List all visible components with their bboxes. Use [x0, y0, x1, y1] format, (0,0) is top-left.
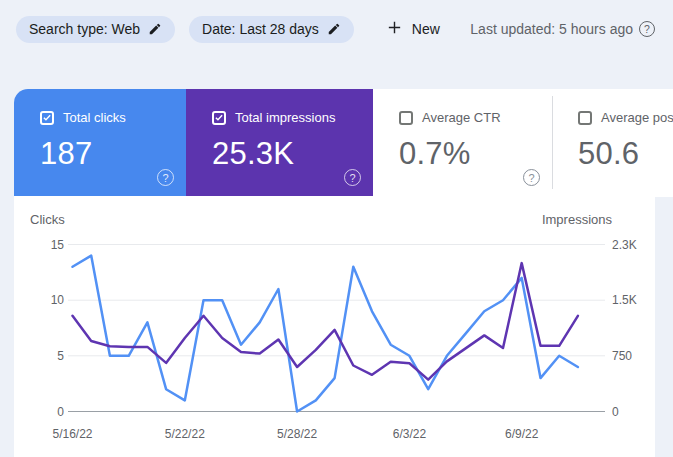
- average-position-checkbox[interactable]: [578, 111, 592, 125]
- total-clicks-checkbox[interactable]: [40, 111, 54, 125]
- metric-label: Total clicks: [63, 110, 126, 125]
- search-console-performance-page: { "topbar": { "chips": [ { "label": "Sea…: [0, 0, 673, 457]
- metric-checkbox-row: Total clicks: [40, 110, 172, 125]
- total-impressions-value: 25.3K: [212, 136, 359, 172]
- last-updated-status: Last updated: 5 hours ago ?: [470, 21, 655, 37]
- plus-icon: [386, 19, 403, 39]
- metric-cards-row: Total clicks 187 ? Total impressions 25.…: [14, 89, 673, 196]
- help-icon[interactable]: ?: [157, 169, 174, 186]
- last-updated-text: Last updated: 5 hours ago: [470, 21, 633, 37]
- metric-label: Average position: [601, 110, 673, 125]
- average-position-value: 50.6: [578, 136, 673, 172]
- total-impressions-checkbox[interactable]: [212, 111, 226, 125]
- metric-label: Total impressions: [235, 110, 335, 125]
- average-ctr-value: 0.7%: [399, 136, 538, 172]
- new-filter-button[interactable]: New: [380, 15, 446, 43]
- page-background-strip: [655, 197, 673, 457]
- date-range-chip[interactable]: Date: Last 28 days: [189, 16, 354, 43]
- metric-card-average-ctr[interactable]: Average CTR 0.7% ?: [373, 89, 552, 196]
- average-ctr-checkbox[interactable]: [399, 111, 413, 125]
- help-icon[interactable]: ?: [523, 169, 540, 186]
- total-clicks-value: 187: [40, 136, 172, 172]
- metric-label: Average CTR: [422, 110, 501, 125]
- toolbar: Search type: Web Date: Last 28 days New …: [0, 0, 673, 48]
- help-icon[interactable]: ?: [639, 21, 655, 37]
- new-filter-button-label: New: [412, 21, 440, 37]
- date-range-chip-label: Date: Last 28 days: [202, 21, 319, 37]
- metric-checkbox-row: Average position: [578, 110, 673, 125]
- metric-card-total-impressions[interactable]: Total impressions 25.3K ?: [186, 89, 373, 196]
- search-type-chip-label: Search type: Web: [29, 21, 140, 37]
- metric-checkbox-row: Average CTR: [399, 110, 538, 125]
- edit-pencil-icon[interactable]: [327, 22, 341, 36]
- performance-panel: Total clicks 187 ? Total impressions 25.…: [14, 89, 673, 457]
- metric-card-total-clicks[interactable]: Total clicks 187 ?: [14, 89, 186, 196]
- edit-pencil-icon[interactable]: [148, 22, 162, 36]
- help-icon[interactable]: ?: [344, 169, 361, 186]
- metric-card-average-position[interactable]: Average position 50.6 ?: [552, 89, 673, 196]
- search-type-chip[interactable]: Search type: Web: [16, 16, 175, 43]
- metric-checkbox-row: Total impressions: [212, 110, 359, 125]
